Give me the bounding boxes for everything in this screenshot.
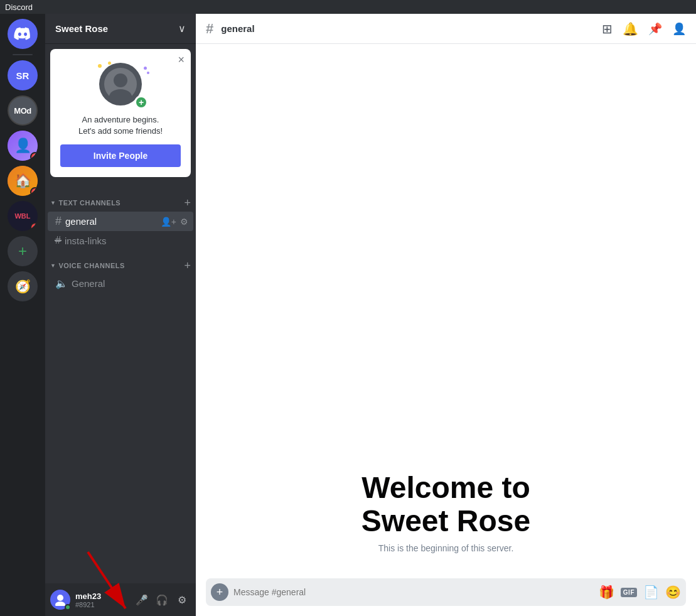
server-sidebar: SR MOd 👤 9 🏠 3 WBL 1 + 🧭 xyxy=(0,14,45,616)
hash-icon: # xyxy=(55,215,62,228)
discord-home-button[interactable] xyxy=(8,19,38,49)
pin-icon[interactable]: 📌 xyxy=(648,22,662,36)
server-icon-mod[interactable]: MOd xyxy=(8,95,38,126)
sticker-icon[interactable]: 📄 xyxy=(643,585,659,600)
server-icon-sr[interactable]: SR xyxy=(8,60,38,90)
server-wbl-label: WBL xyxy=(14,212,30,220)
channel-item-general[interactable]: # general 👤+ ⚙ xyxy=(48,212,193,231)
invite-line2: Let's add some friends! xyxy=(78,126,163,136)
collapse-arrow-icon-voice: ▼ xyxy=(50,262,56,269)
chat-input-icons: 🎁 GIF 📄 😊 xyxy=(599,585,681,600)
server-icon-avatar2[interactable]: 🏠 3 xyxy=(8,166,38,196)
chat-header: # general ⊞ 🔔 📌 👤 xyxy=(196,14,696,44)
chat-area: # general ⊞ 🔔 📌 👤 Welcome to Sweet Rose … xyxy=(196,14,696,616)
add-voice-channel-button[interactable]: + xyxy=(184,260,191,271)
chat-channel-name: general xyxy=(221,23,254,34)
channel-name-general: general xyxy=(65,216,157,227)
voice-channels-label: ▼ VOICE CHANNELS xyxy=(50,262,125,269)
chat-hash-icon: # xyxy=(206,21,213,37)
server-sr-label: SR xyxy=(16,70,29,81)
server-icon-avatar1[interactable]: 👤 9 xyxy=(8,131,38,161)
server-mod-label: MOd xyxy=(14,106,31,116)
sparkle-dot xyxy=(98,64,102,68)
collapse-arrow-icon: ▼ xyxy=(50,200,56,206)
channel-item-voice-general[interactable]: 🔈 General xyxy=(48,274,193,293)
chat-header-actions: ⊞ 🔔 📌 👤 xyxy=(602,21,686,36)
invite-tagline: An adventure begins. Let's add some frie… xyxy=(78,114,163,137)
chat-content: Welcome to Sweet Rose This is the beginn… xyxy=(196,44,696,578)
notifications-icon[interactable]: 🔔 xyxy=(623,21,638,36)
welcome-section: Welcome to Sweet Rose This is the beginn… xyxy=(206,472,686,553)
add-text-channel-button[interactable]: + xyxy=(184,197,191,208)
sparkle-dot xyxy=(108,62,111,65)
gif-button[interactable]: GIF xyxy=(621,588,637,597)
server-icon-wbl[interactable]: WBL 1 xyxy=(8,201,38,231)
explore-button[interactable]: 🧭 xyxy=(8,271,38,301)
server-divider xyxy=(13,54,33,55)
add-server-button[interactable]: + xyxy=(8,236,38,266)
svg-line-4 xyxy=(88,552,126,608)
online-status-indicator xyxy=(65,604,71,610)
channel-list: ▼ TEXT CHANNELS + # general 👤+ ⚙ # xyxy=(45,182,196,583)
server-name: Sweet Rose xyxy=(55,23,108,34)
add-attachment-button[interactable]: + xyxy=(211,583,228,601)
add-member-icon[interactable]: 👤+ xyxy=(161,217,176,227)
emoji-icon[interactable]: 😊 xyxy=(665,585,681,600)
welcome-subtitle: This is the beginning of this server. xyxy=(206,543,686,553)
channel-item-insta-links[interactable]: # insta-links xyxy=(48,232,193,249)
server-badge-9: 9 xyxy=(30,152,38,161)
svg-point-6 xyxy=(55,602,65,606)
settings-icon[interactable]: ⚙ xyxy=(180,217,188,227)
svg-point-1 xyxy=(114,73,127,87)
members-icon[interactable]: 👤 xyxy=(672,22,686,36)
speaker-icon: 🔈 xyxy=(55,278,68,289)
voice-channels-category: ▼ VOICE CHANNELS + xyxy=(45,250,196,274)
message-input[interactable] xyxy=(233,587,594,597)
server-header[interactable]: Sweet Rose ∨ xyxy=(45,14,196,44)
gift-icon[interactable]: 🎁 xyxy=(599,585,614,600)
channel-name-voice-general: General xyxy=(72,278,105,289)
chat-input-bar: + 🎁 GIF 📄 😊 xyxy=(206,578,686,606)
sparkle-dot xyxy=(144,67,147,70)
app-title: Discord xyxy=(5,3,33,12)
invite-card: × + An adven xyxy=(50,49,191,177)
text-channels-category: ▼ TEXT CHANNELS + xyxy=(45,187,196,211)
close-icon[interactable]: × xyxy=(178,54,185,65)
user-settings-button[interactable]: ⚙ xyxy=(173,591,191,608)
channel-sidebar: Sweet Rose ∨ × xyxy=(45,14,196,616)
invite-line1: An adventure begins. xyxy=(82,115,159,124)
headphones-button[interactable]: 🎧 xyxy=(153,591,171,608)
add-icon: + xyxy=(18,244,27,259)
add-friend-icon: + xyxy=(134,95,148,109)
user-avatar xyxy=(50,590,70,610)
red-arrow-indicator xyxy=(75,546,151,616)
channel-name-insta-links: insta-links xyxy=(65,235,107,246)
welcome-title: Welcome to Sweet Rose xyxy=(206,472,686,538)
text-channels-label: ▼ TEXT CHANNELS xyxy=(50,199,120,207)
title-bar: Discord xyxy=(0,0,696,14)
chevron-down-icon: ∨ xyxy=(178,23,186,35)
svg-point-5 xyxy=(57,595,63,601)
compass-icon: 🧭 xyxy=(15,279,31,294)
threads-icon[interactable]: ⊞ xyxy=(602,21,613,36)
server-badge-3: 3 xyxy=(30,187,38,196)
sparkle-dot xyxy=(147,72,149,74)
server-badge-1: 1 xyxy=(30,222,38,231)
invite-people-button[interactable]: Invite People xyxy=(60,144,181,167)
strikethrough-hash-icon: # xyxy=(55,235,61,246)
